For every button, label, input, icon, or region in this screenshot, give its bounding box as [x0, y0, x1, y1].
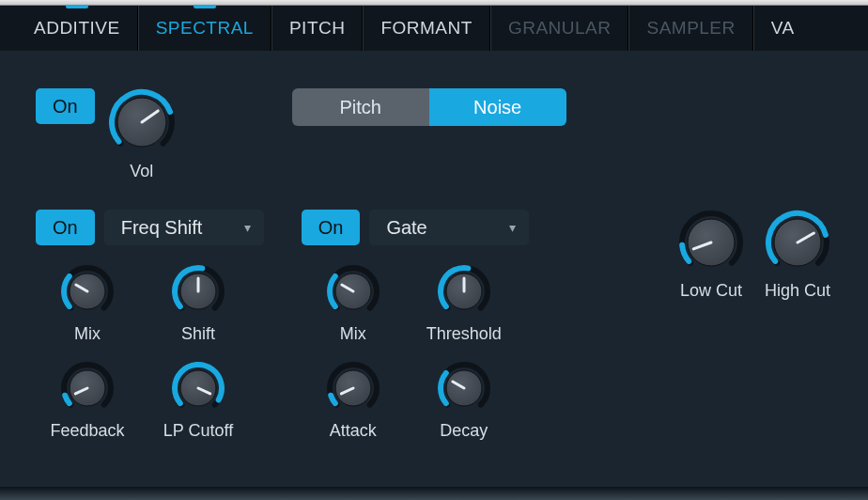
tab-label: SAMPLER [646, 18, 735, 39]
tab-label: ADDITIVE [34, 18, 120, 39]
modules-row: On Freq Shift ▾ Mix Shift [36, 210, 840, 441]
tab-indicator [415, 5, 438, 8]
freq-shift-mix-label: Mix [74, 324, 101, 344]
tab-additive[interactable]: ADDITIVE [17, 6, 137, 51]
tab-label: PITCH [289, 18, 346, 39]
tab-indicator [66, 5, 88, 8]
pitch-noise-segmented[interactable]: Pitch Noise [292, 88, 566, 126]
gate-attack-knob[interactable] [326, 361, 380, 415]
freq-shift-mix: Mix [60, 264, 115, 344]
tab-label: SPECTRAL [156, 18, 254, 39]
vol-label: Vol [130, 162, 153, 181]
freq-shift-lp-cutoff-knob[interactable] [171, 361, 225, 415]
dropdown-label: Gate [386, 217, 426, 239]
module-header: On Gate ▾ [302, 210, 530, 245]
freq-shift-shift-label: Shift [181, 324, 215, 344]
module-freq-shift: On Freq Shift ▾ Mix Shift [36, 210, 264, 441]
high-cut-knob[interactable] [765, 210, 830, 275]
gate-decay: Decay [437, 361, 491, 441]
segment-pitch[interactable]: Pitch [292, 88, 429, 126]
freq-shift-lp-cutoff-label: LP Cutoff [163, 421, 233, 441]
module-gate: On Gate ▾ Mix Threshold [302, 210, 530, 441]
tab-va[interactable]: VA [754, 6, 812, 51]
freq-shift-lp-cutoff: LP Cutoff [163, 361, 233, 441]
freq-shift-feedback: Feedback [50, 361, 124, 441]
freq-shift-shift-knob[interactable] [171, 264, 225, 319]
bottom-edge [0, 487, 868, 500]
gate-mix-knob[interactable] [326, 264, 380, 319]
freq-shift-feedback-label: Feedback [50, 421, 124, 441]
gate-decay-label: Decay [440, 421, 488, 441]
tab-label: FORMANT [380, 18, 472, 39]
dropdown-label: Freq Shift [121, 217, 203, 239]
chevron-down-icon: ▾ [244, 220, 251, 235]
vol: Vol [108, 88, 176, 181]
chevron-down-icon: ▾ [509, 220, 516, 235]
spectral-on-button[interactable]: On [36, 88, 95, 124]
gate-attack: Attack [326, 361, 380, 441]
tab-indicator [306, 5, 329, 8]
gate-threshold-knob[interactable] [437, 264, 491, 319]
freq-shift-feedback-knob[interactable] [60, 361, 115, 415]
gate-decay-knob[interactable] [437, 361, 491, 415]
freq-shift-shift: Shift [171, 264, 225, 344]
vol-knob[interactable] [108, 88, 176, 156]
gate-attack-label: Attack [330, 421, 377, 441]
gate-on-button[interactable]: On [302, 210, 361, 245]
high-cut: High Cut [765, 210, 830, 301]
gate-threshold: Threshold [426, 264, 502, 344]
tab-spectral[interactable]: SPECTRAL [139, 6, 271, 51]
gate-threshold-label: Threshold [426, 324, 502, 344]
spectral-panel: On Vol Pitch Noise On Freq Shift ▾ [0, 51, 868, 441]
low-cut: Low Cut [678, 210, 744, 301]
tab-pitch[interactable]: PITCH [272, 6, 363, 51]
freq-shift-mix-knob[interactable] [60, 264, 115, 319]
tab-indicator [549, 5, 571, 8]
tab-formant[interactable]: FORMANT [364, 6, 488, 51]
gate-dropdown[interactable]: Gate ▾ [369, 210, 529, 245]
top-row: On Vol Pitch Noise [36, 88, 840, 181]
low-cut-label: Low Cut [680, 281, 742, 301]
tab-sampler[interactable]: SAMPLER [629, 6, 752, 51]
tab-indicator [194, 5, 216, 8]
tab-indicator [771, 5, 794, 8]
gate-mix: Mix [326, 264, 380, 344]
module-header: On Freq Shift ▾ [36, 210, 264, 245]
high-cut-label: High Cut [765, 281, 830, 301]
tab-label: GRANULAR [508, 18, 612, 39]
freq-shift-dropdown[interactable]: Freq Shift ▾ [104, 210, 264, 245]
segment-noise[interactable]: Noise [429, 88, 566, 126]
low-cut-knob[interactable] [678, 210, 744, 275]
gate-mix-label: Mix [340, 324, 366, 344]
tab-bar: ADDITIVESPECTRALPITCHFORMANTGRANULARSAMP… [0, 6, 868, 51]
tab-indicator [680, 5, 703, 8]
tab-label: VA [771, 18, 795, 39]
tab-granular[interactable]: GRANULAR [491, 6, 628, 51]
freq-shift-on-button[interactable]: On [36, 210, 95, 245]
filter-knobs: Low Cut High Cut [678, 210, 830, 301]
